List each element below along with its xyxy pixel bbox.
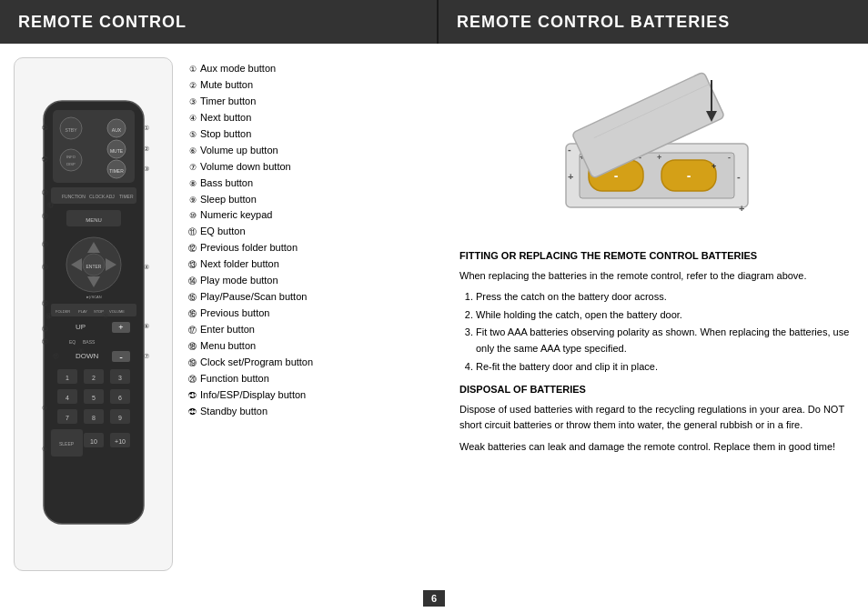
disposal-title: DISPOSAL OF BATTERIES	[459, 382, 854, 398]
svg-text:⑨: ⑨	[42, 446, 47, 452]
svg-text:AUX: AUX	[111, 127, 121, 133]
svg-text:+: +	[657, 153, 661, 162]
button-number: ⑰	[182, 325, 197, 336]
button-label: Mute button	[200, 78, 253, 93]
svg-text:1: 1	[66, 375, 69, 381]
list-item: ⑤Stop button	[182, 127, 450, 142]
button-label: Play/Pause/Scan button	[200, 290, 307, 305]
left-header: REMOTE CONTROL	[0, 0, 437, 44]
list-item: ⑧Bass button	[182, 176, 450, 191]
list-item: ⑦Volume down button	[182, 160, 450, 175]
button-number: ⑮	[182, 292, 197, 304]
button-label: Standby button	[200, 405, 267, 419]
svg-text:⑫: ⑫	[42, 338, 48, 345]
svg-text:TIMER: TIMER	[109, 168, 124, 174]
button-number: ⑦	[182, 162, 197, 174]
svg-text:9: 9	[118, 415, 122, 421]
svg-text:INFO: INFO	[66, 155, 76, 159]
main-content: STBY AUX MUTE INFO DISP TIMER FUNCTION C…	[0, 44, 868, 585]
svg-text:⑱: ⑱	[42, 213, 48, 219]
button-number: ⑳	[182, 374, 197, 386]
list-item: ⑬Next folder button	[182, 257, 450, 272]
svg-text:-: -	[119, 351, 123, 362]
button-number: ①	[182, 64, 197, 75]
button-number: ㉒	[182, 406, 197, 418]
svg-text:UP: UP	[76, 323, 86, 331]
header-bar: REMOTE CONTROL REMOTE CONTROL BATTERIES	[0, 0, 868, 44]
button-number: ⑤	[182, 129, 197, 141]
svg-text:+: +	[739, 203, 744, 214]
svg-text:⑳: ⑳	[42, 189, 48, 196]
button-label: Play mode button	[200, 274, 278, 288]
svg-text:PLAY: PLAY	[78, 309, 87, 314]
svg-text:⑥: ⑥	[144, 323, 149, 329]
button-label: Aux mode button	[200, 62, 276, 76]
button-label: Previous folder button	[200, 241, 298, 256]
svg-text:►|/SCAN: ►|/SCAN	[86, 295, 101, 299]
button-label: Volume down button	[200, 160, 291, 175]
page-footer: 6	[0, 585, 868, 612]
battery-title: REMOTE CONTROL BATTERIES	[457, 13, 730, 32]
list-item: ⑨Sleep button	[182, 193, 450, 207]
list-item: ⑫Previous folder button	[182, 241, 450, 256]
fitting-title: FITTING OR REPLACING THE REMOTE CONTROL …	[459, 248, 854, 265]
button-number: ⑥	[182, 145, 197, 157]
list-item: While holding the catch, open the batter…	[476, 307, 854, 324]
list-item: Fit two AAA batteries observing polarity…	[476, 325, 854, 356]
svg-text:-: -	[737, 171, 741, 182]
page-number: 6	[423, 590, 445, 607]
svg-text:㉑: ㉑	[42, 156, 48, 163]
button-number: ⑫	[182, 243, 197, 255]
svg-text:FUNCTION: FUNCTION	[62, 194, 86, 199]
button-number: ④	[182, 113, 197, 125]
svg-text:6: 6	[118, 395, 122, 401]
svg-text:STBY: STBY	[65, 127, 77, 133]
svg-text:⑪: ⑪	[53, 353, 59, 359]
svg-text:+: +	[712, 162, 716, 171]
svg-text:②: ②	[144, 145, 149, 152]
svg-text:+10: +10	[115, 438, 126, 445]
button-label: Info/ESP/Display button	[200, 388, 306, 403]
button-number: ⑨	[182, 195, 197, 206]
disposal-text2: Weak batteries can leak and damage the r…	[459, 439, 854, 456]
svg-text:2: 2	[92, 375, 96, 381]
svg-text:7: 7	[66, 415, 69, 421]
svg-text:FOLDER: FOLDER	[56, 309, 70, 314]
svg-text:㉒: ㉒	[42, 125, 48, 131]
svg-text:ENTER: ENTER	[86, 264, 101, 269]
button-label: Menu button	[200, 339, 256, 354]
right-header: REMOTE CONTROL BATTERIES	[439, 0, 868, 44]
svg-text:-: -	[687, 168, 691, 183]
svg-text:③: ③	[144, 166, 149, 172]
button-number: ⑲	[182, 357, 197, 369]
button-label: Timer button	[200, 95, 256, 109]
svg-text:TIMER: TIMER	[119, 194, 134, 199]
list-item: ⑰Enter button	[182, 323, 450, 337]
list-item: Press the catch on the battery door acro…	[476, 289, 854, 306]
svg-text:-: -	[614, 168, 619, 183]
svg-text:⑩: ⑩	[42, 405, 47, 411]
list-item: ②Mute button	[182, 78, 450, 93]
svg-text:⑭: ⑭	[45, 313, 52, 319]
button-label: Clock set/Program button	[200, 356, 313, 370]
button-label: Previous button	[200, 306, 269, 321]
button-number: ⑪	[182, 226, 197, 238]
svg-text:⑲: ⑲	[47, 202, 54, 208]
svg-text:-: -	[568, 144, 571, 155]
fitting-intro: When replacing the batteries in the remo…	[459, 268, 854, 285]
list-item: ③Timer button	[182, 95, 450, 109]
list-item: Re-fit the battery door and clip it in p…	[476, 359, 854, 376]
svg-text:DISP: DISP	[66, 162, 76, 166]
svg-text:④: ④	[144, 264, 149, 270]
list-item: ⑥Volume up button	[182, 144, 450, 158]
button-number: ⑩	[182, 210, 197, 222]
button-number: ⑭	[182, 276, 197, 287]
steps-list: Press the catch on the battery door acro…	[476, 289, 854, 375]
svg-text:3: 3	[118, 375, 122, 381]
right-section: - + - + + - + -	[459, 57, 854, 571]
button-number: ②	[182, 80, 197, 92]
remote-control-title: REMOTE CONTROL	[18, 13, 187, 32]
svg-text:⑯: ⑯	[42, 264, 48, 270]
button-number: ⑱	[182, 341, 197, 353]
list-item: ⑩Numeric keypad	[182, 208, 450, 223]
